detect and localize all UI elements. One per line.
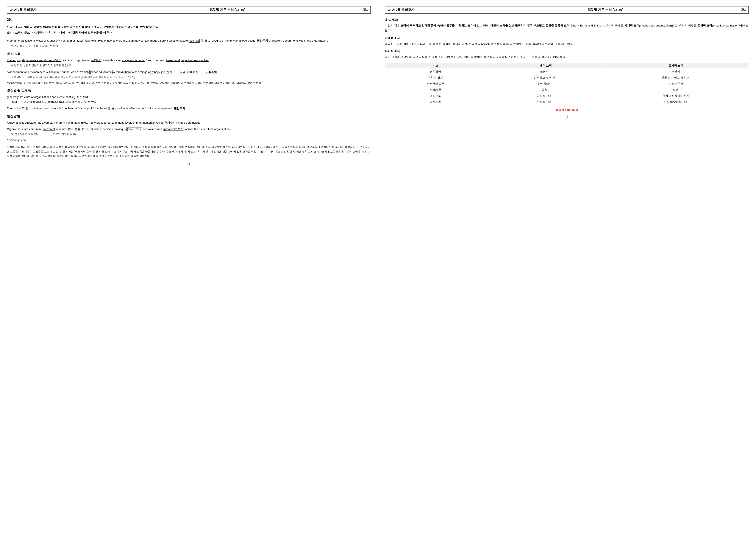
right-header-title: 24년 9월 모의고사 <box>388 8 496 12</box>
underline-vertical: vertical <box>44 121 53 124</box>
moonjangneogi2-line2: Organic structures are more horizontal i… <box>7 127 371 132</box>
table-cell: 의사소통 <box>385 99 486 105</box>
eohwi-label: 어휘주의 <box>205 70 217 74</box>
korean-long-text: 조직의 관점에서, 어떤 조직이 얼마나 많은 다른 문화 유형들을 포함할 수… <box>7 145 371 159</box>
tunnel-label: 터널 시야 현상 <box>180 70 198 74</box>
underline-spread: spread(과거분사) <box>163 127 184 131</box>
bracket-note1: (동사) <box>200 39 207 42</box>
ref-title: [참고자료] <box>385 18 749 22</box>
table-cell: 조직구조 <box>385 93 486 99</box>
underline-biased: biased and prejudiced perspective <box>166 59 208 62</box>
underline-departments: The varying departments and divisions(주어… <box>7 59 62 62</box>
moonjangsunseo-line2: A department and its members will acquir… <box>7 69 371 75</box>
section-moonjangsunseo: [문장순서] The varying departments and divis… <box>7 51 371 85</box>
left-page: 24년 9월 모의고사 내용 및 지문 분석 [18-30] 고1 29. 요약… <box>0 0 378 172</box>
right-header-subtitle: 내용 및 지문 분석 [18-30] <box>496 8 713 12</box>
blank2: 빈칸주의 <box>77 95 88 99</box>
bracket-are-is: [are / is] <box>189 39 200 43</box>
english-para-text: From an organizational viewpoint, one(주어… <box>7 38 371 43</box>
highlight-gijeg: 조직이 딱딱하고 엄격한 통제 속에서 업무를 수행하는 조직 <box>400 24 473 27</box>
term-organic: 유기적 조직 <box>697 24 712 27</box>
left-header-subtitle: 내용 및 지문 분석 [18-30] <box>118 8 335 12</box>
section-moonjangneogi2: [문장넣기] A mechanistic structure has a ver… <box>7 114 371 143</box>
col-header-mechanistic: 기계적 조직 <box>486 63 603 69</box>
bracket-forbid: (= forbid) <box>113 70 124 74</box>
term-mechanistic: 기계적 조직 <box>624 24 639 27</box>
gijegjeok-title: 기계적 조직 <box>385 36 749 40</box>
underline-situation: any given situation <box>122 59 145 62</box>
underline-functional: (the functional operations) <box>224 39 256 42</box>
summary-line2: 요지 - 조직의 구조가 기계적이나 유기적이냐에 따라 갈등 관리에 많은 영… <box>7 30 371 35</box>
underline-will: will(동사) <box>91 59 102 62</box>
summary-line1: 요약 - 조직이 얼마나 다양한 형태의 문화를 포함하고 있는지를 알려면 조… <box>7 25 371 30</box>
underline-as-others: as others see them <box>148 70 172 74</box>
right-header-grade: 고1 <box>713 8 746 12</box>
moonjangneogi1-dash: - 조직의 구조가 기계적이냐 유기적이냐에 따라 갈등을 만들어 낼 수 있다… <box>7 99 371 104</box>
moonjangneogi1-header: [문장넣기] (그래서) <box>7 88 371 93</box>
table-cell: 매우 독립적 <box>486 81 603 87</box>
hierarchy-note: * hierarchy: 위계 <box>7 138 371 143</box>
gijegjeok-desc: 엄격히 규정된 직무, 많은 규칙과 규정 등 높은 공식화, 집권적 권한, … <box>385 41 749 46</box>
table-row: 부서간의 업무매우 독립적상호 의존적 <box>385 81 749 87</box>
table-cell: 분권적 <box>603 69 749 75</box>
table-cell: 집권적 <box>486 69 603 75</box>
left-header-title: 24년 9월 모의고사 <box>10 8 118 12</box>
ref-text: 기업의 경우 조직이 딱딱하고 엄격한 통제 속에서 업무를 수행하는 조직이 … <box>385 23 749 33</box>
korean-note2: 어떤 특정 상황 자신들의 편향적이고 편파된 관점에서 <box>11 63 371 68</box>
moonjangneogi2-line1: A mechanistic structure has a vertical h… <box>7 120 371 125</box>
underline-choice: The choice(주어) <box>7 107 28 110</box>
summary-text1: 요약 - 조직이 얼마나 다양한 형태의 문화를 포함하고 있는지를 알려면 조… <box>7 25 159 30</box>
right-header: 24년 9월 모의고사 내용 및 지문 분석 [18-30] 고1 <box>385 6 749 13</box>
table-cell: 넓음 <box>603 87 749 93</box>
yugijeok-desc: 적은 규칙과 규정등의 낮은 공식화, 분권적 권한, 광범위한 직무, 넓은 … <box>385 55 749 60</box>
left-footer: - 14 - <box>7 162 371 165</box>
underline-canhave: can have(동사) <box>95 107 114 110</box>
table-row: 규칙과 절차엄격하고 많은 편융통성이 있고 적은 편 <box>385 75 749 81</box>
korean-note4: 덜 집중적이고 파져있는 조직의 전반에 걸쳐서 <box>11 132 371 137</box>
yugijeok-title: 유기적 조직 <box>385 49 749 53</box>
english-paragraph: From an organizational viewpoint, one(주어… <box>7 38 371 48</box>
table-cell: 공식적 관계 <box>486 93 603 99</box>
korean-note1: 어떤 기능적 조직구조를 운영하고 있는지 <box>11 44 371 48</box>
table-cell: 공식적/비공식적 관계 <box>603 93 749 99</box>
col-header-compare: 비교 <box>385 63 486 69</box>
left-header: 24년 9월 모의고사 내용 및 지문 분석 [18-30] 고1 <box>7 6 371 13</box>
blank3: 빈칸주의 <box>174 107 185 110</box>
korean-note3: 구성원들 다른 사람들이 자기부서와 자기들을 보는 대로 (다른 사람들의 객… <box>11 75 371 80</box>
table-cell: 융통성이 있고 적은 편 <box>603 75 749 81</box>
or-word: or <box>80 107 82 110</box>
section-yugijeok: 유기적 조직 적은 규칙과 규정등의 낮은 공식화, 분권적 권한, 광범위한 … <box>385 49 749 60</box>
table-cell: 수직적 관계 <box>486 99 603 105</box>
summary-text2: 요지 - 조직의 구조가 기계적이나 유기적이냐에 따라 갈등 관리에 많은 영… <box>7 30 113 35</box>
summary-block: 요약 - 조직이 얼마나 다양한 형태의 문화를 포함하고 있는지를 알려면 조… <box>7 25 371 35</box>
table-cell: 수직적/수평적 관계 <box>603 99 749 105</box>
table-cell: 좁음 <box>486 87 603 93</box>
moonjangsunseo-header: [문장순서] <box>7 51 371 56</box>
table-cell: 상호 의존적 <box>603 81 749 87</box>
table-cell: 엄격하고 많은 편 <box>486 75 603 81</box>
underline-them: them <box>124 70 131 74</box>
right-page: 24년 9월 모의고사 내용 및 지문 분석 [18-30] 고1 [참고자료]… <box>378 0 756 172</box>
comparison-table: 비교 기계적 조직 유기적 조직 권한위양집권적분권적규칙과 절차엄격하고 많은… <box>385 63 749 105</box>
underline-horizontal: horizontal <box>42 127 55 131</box>
table-cell: 관리의 폭 <box>385 87 486 93</box>
moonjangneogi2-header: [문장넣기] <box>7 114 371 119</box>
table-row: 권한위양집권적분권적 <box>385 69 749 75</box>
moonjangsunseo-line1: The varying departments and divisions(주어… <box>7 58 371 63</box>
underline-involved: involved(후치수식) <box>153 121 176 124</box>
tunnel-vision-note: *tunnel vision - 어두운 터널을 자동차로 운전할 때 터널의 … <box>7 81 371 85</box>
left-header-grade: 고1 <box>335 8 368 12</box>
watermark-area: 행복한 edu-lab.kr <box>385 108 749 112</box>
table-row: 의사소통수직적 관계수직적/수평적 관계 <box>385 99 749 105</box>
bracket-allows: [allows / disallows] <box>90 70 113 74</box>
table-header-row: 비교 기계적 조직 유기적 조직 <box>385 63 749 69</box>
section-moonjangneogi1: [문장넣기] (그래서) (The very structure of orga… <box>7 88 371 111</box>
table-row: 관리의 폭좁음넓음 <box>385 87 749 93</box>
moonjangneogi1-line2: The choice(주어) of whether the structure … <box>7 106 371 111</box>
section-gijegjeok: 기계적 조직 엄격히 규정된 직무, 많은 규칙과 규정 등 높은 공식화, 집… <box>385 36 749 46</box>
underline-one: one(주어) <box>50 39 62 42</box>
highlight-yugi: 개인의 능력을 십분 발휘하여 매우 부드럽고 유연한 흐름의 조직 <box>490 24 569 27</box>
col-header-organic: 유기적 조직 <box>603 63 749 69</box>
moonjangneogi1-line1: (The very structure of organizations can… <box>7 94 371 99</box>
table-cell: 규칙과 절차 <box>385 75 486 81</box>
